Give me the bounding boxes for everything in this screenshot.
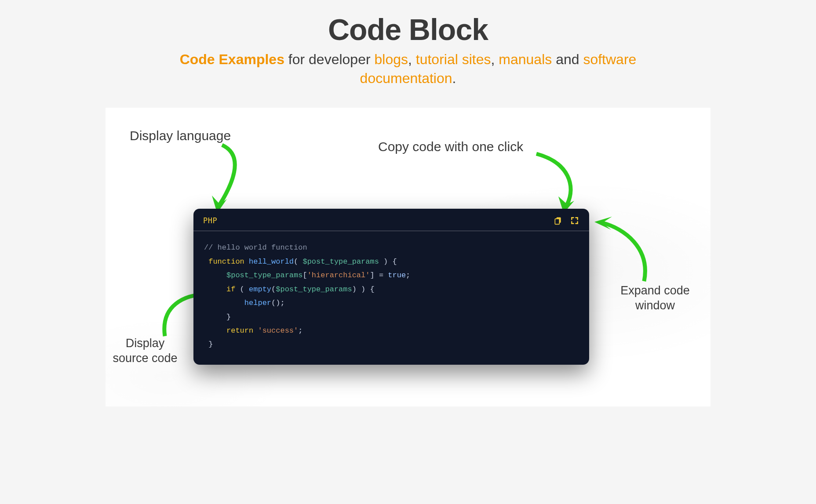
annot-copy-code: Copy code with one click [378, 138, 523, 155]
subtitle-h2: tutorial sites [416, 51, 491, 67]
arrow-expand-code [585, 218, 655, 288]
arrow-copy-code [528, 152, 589, 218]
code-actions [553, 216, 579, 225]
subtitle-t2: and [552, 51, 583, 67]
page-subtitle: Code Examples for developer blogs, tutor… [162, 50, 654, 88]
annot-display-source: Display source code [103, 336, 187, 366]
subtitle-period: . [452, 70, 456, 86]
arrow-display-language [198, 143, 259, 218]
subtitle-t1: for developer [284, 51, 375, 67]
subtitle-lead: Code Examples [180, 51, 284, 67]
subtitle-s2: , [491, 51, 499, 67]
language-badge: PHP [203, 216, 217, 225]
subtitle-h3: manuals [499, 51, 552, 67]
code-body: // hello world function function hell_wo… [193, 231, 589, 365]
annot-expand-code: Expand code window [611, 283, 699, 313]
copy-icon[interactable] [553, 216, 563, 225]
code-header: PHP [193, 209, 589, 231]
subtitle-h1: blogs [375, 51, 408, 67]
subtitle-s1: , [408, 51, 416, 67]
annot-display-language: Display language [130, 127, 231, 144]
page-title: Code Block [88, 12, 728, 47]
code-block: PHP // hello world function function hel… [193, 209, 589, 365]
illustration-panel: Display language Copy code with one clic… [106, 108, 710, 406]
expand-icon[interactable] [570, 216, 579, 225]
svg-marker-3 [594, 217, 612, 230]
svg-rect-5 [555, 219, 559, 225]
